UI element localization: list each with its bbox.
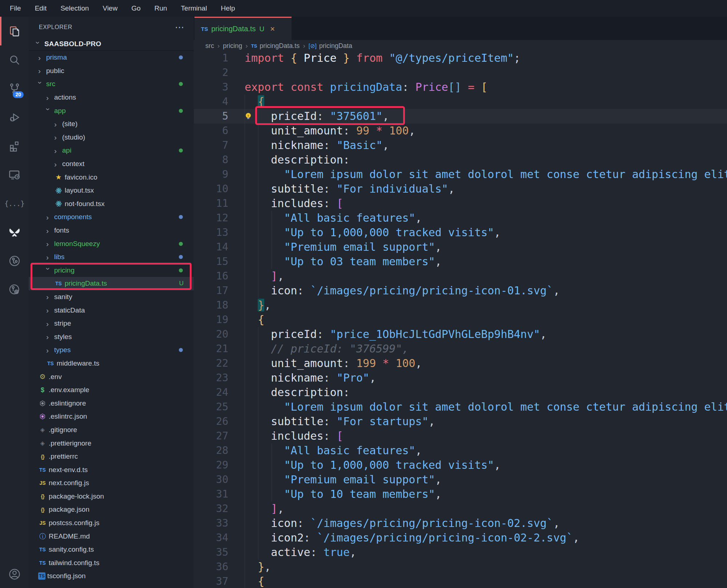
line-number[interactable]: 8 [194,153,228,167]
tree-item-package-lock.json[interactable]: {}package-lock.json [29,490,194,503]
code-line-37[interactable]: 37 { [194,574,727,588]
line-number[interactable]: 24 [194,385,228,400]
code-line-36[interactable]: 36 }, [194,560,727,574]
breadcrumb-item-pricing[interactable]: pricing [223,42,242,50]
line-number[interactable]: 30 [194,472,228,487]
line-number[interactable]: 27 [194,429,228,443]
tree-item-tsconfig.json[interactable]: TStsconfig.json [29,569,194,583]
search-icon[interactable] [0,45,29,74]
code-line-10[interactable]: 10 subtitle: "For individuals", [194,182,727,196]
line-number[interactable]: 14 [194,240,228,254]
code-line-25[interactable]: 25 "Lorem ipsum dolor sit amet dolorol m… [194,400,727,414]
menu-item-file[interactable]: File [3,0,28,17]
line-number[interactable]: 21 [194,342,228,356]
menu-item-help[interactable]: Help [214,0,242,17]
tree-item-.gitignore[interactable]: ◈.gitignore [29,423,194,437]
tree-item-sanity.config.ts[interactable]: TSsanity.config.ts [29,543,194,556]
menu-item-terminal[interactable]: Terminal [174,0,214,17]
live-preview-icon[interactable] [0,160,29,189]
tree-item-public[interactable]: ›public [29,64,194,78]
tree-item-.eslintrc.json[interactable]: .eslintrc.json [29,410,194,423]
snippets-icon[interactable]: {...} [0,189,29,218]
tree-item-.eslintignore[interactable]: .eslintignore [29,396,194,410]
tree-item-libs[interactable]: ›libs [29,250,194,264]
tab-pricingdata[interactable]: TS pricingData.ts U × [194,17,292,40]
tree-item-package.json[interactable]: {}package.json [29,503,194,516]
code-line-8[interactable]: 8 description: [194,153,727,167]
line-number[interactable]: 12 [194,211,228,225]
breadcrumb-item-src[interactable]: src [205,42,214,50]
code-line-26[interactable]: 26 subtitle: "For startups", [194,414,727,429]
line-number[interactable]: 7 [194,138,228,153]
code-line-32[interactable]: 32 ], [194,502,727,516]
workspace-root-row[interactable]: › SAASBOLD-PRO [29,37,194,51]
tree-item-lemonsqueezy[interactable]: ›lemonSqueezy [29,237,194,250]
line-number[interactable]: 13 [194,225,228,240]
code-line-20[interactable]: 20 priceId: "price_1ObHcJLtGdPVhGLeBp9hB… [194,327,727,342]
tree-item-middleware.ts[interactable]: TSmiddleware.ts [29,357,194,370]
code-line-11[interactable]: 11 includes: [ [194,196,727,211]
tree-item-styles[interactable]: ›styles [29,330,194,343]
tree-item-tailwind.config.ts[interactable]: TStailwind.config.ts [29,556,194,570]
code-line-7[interactable]: 7 nickname: "Basic", [194,138,727,153]
tree-item-staticdata[interactable]: ›staticData [29,303,194,317]
tree-item-types[interactable]: ›types [29,343,194,357]
tree-item-favicon.ico[interactable]: ★favicon.ico [29,170,194,184]
line-number[interactable]: 28 [194,443,228,458]
code-line-13[interactable]: 13 "Up to 1,000,000 tracked visits", [194,225,727,240]
line-number[interactable]: 1 [194,51,228,65]
account-icon[interactable] [0,563,29,585]
line-number[interactable]: 32 [194,502,228,516]
code-line-27[interactable]: 27 includes: [ [194,429,727,443]
tree-item-stripe[interactable]: ›stripe [29,317,194,330]
tree-item-layout.tsx[interactable]: layout.tsx [29,184,194,197]
tree-item-postcss.config.js[interactable]: JSpostcss.config.js [29,516,194,530]
tree-item-readme.md[interactable]: ⓘREADME.md [29,529,194,543]
line-number[interactable]: 10 [194,182,228,196]
code-line-9[interactable]: 9 "Lorem ipsum dolor sit amet dolorol me… [194,167,727,182]
line-number[interactable]: 2 [194,65,228,80]
code-line-15[interactable]: 15 "Up to 03 team members", [194,254,727,269]
tree-item-src[interactable]: ›src [29,77,194,91]
line-number[interactable]: 31 [194,487,228,502]
tree-item-not-found.tsx[interactable]: not-found.tsx [29,197,194,211]
code-line-19[interactable]: 19 { [194,313,727,327]
line-number[interactable]: 19 [194,313,228,327]
menu-item-go[interactable]: Go [124,0,147,17]
line-number[interactable]: 29 [194,458,228,472]
menu-item-edit[interactable]: Edit [28,0,54,17]
code-line-28[interactable]: 28 "All basic features", [194,443,727,458]
code-line-31[interactable]: 31 "Up to 10 team members", [194,487,727,502]
explorer-icon[interactable] [0,17,29,45]
code-line-21[interactable]: 21 // priceId: "376599", [194,342,727,356]
gitlens-icon[interactable] [0,246,29,275]
code-line-23[interactable]: 23 nickname: "Pro", [194,371,727,385]
line-number[interactable]: 23 [194,371,228,385]
code-line-17[interactable]: 17 icon: `/images/pricing/pricing-icon-0… [194,283,727,298]
breadcrumb-item-pricingdata.ts[interactable]: pricingData.ts [260,42,300,50]
line-number[interactable]: 26 [194,414,228,429]
code-line-22[interactable]: 22 unit_amount: 199 * 100, [194,356,727,371]
line-number[interactable]: 34 [194,531,228,545]
line-number[interactable]: 5 [194,109,228,124]
code-line-2[interactable]: 2 [194,65,727,80]
code-line-34[interactable]: 34 icon2: `/images/pricing/pricing-icon-… [194,531,727,545]
breadcrumb-item-pricingdata[interactable]: pricingData [319,42,352,50]
tree-item-site[interactable]: ›(site) [29,117,194,131]
line-number[interactable]: 17 [194,283,228,298]
tree-item-next-env.d.ts[interactable]: TSnext-env.d.ts [29,463,194,476]
tree-item-context[interactable]: ›context [29,157,194,171]
menu-item-view[interactable]: View [96,0,125,17]
line-number[interactable]: 22 [194,356,228,371]
line-number[interactable]: 15 [194,254,228,269]
line-number[interactable]: 11 [194,196,228,211]
menu-item-selection[interactable]: Selection [53,0,96,17]
code-line-33[interactable]: 33 icon: `/images/pricing/pricing-icon-0… [194,516,727,531]
menu-item-run[interactable]: Run [148,0,174,17]
tree-item-studio[interactable]: ›(studio) [29,131,194,144]
code-line-35[interactable]: 35 active: true, [194,545,727,560]
tree-item-sanity[interactable]: ›sanity [29,290,194,304]
tree-item-.env.example[interactable]: $.env.example [29,383,194,397]
code-line-30[interactable]: 30 "Premium email support", [194,472,727,487]
git-file-history-icon[interactable] [0,275,29,304]
